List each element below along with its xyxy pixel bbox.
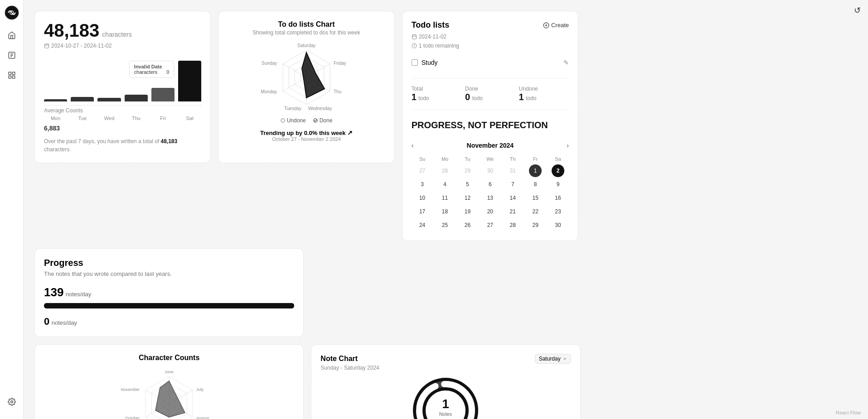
cal-day[interactable]: 8 [529, 178, 542, 191]
progress-card: Progress The notes that you wrote compar… [34, 248, 304, 337]
cal-day[interactable]: 27 [416, 164, 429, 177]
calendar-prev[interactable]: ‹ [412, 142, 414, 149]
cal-day[interactable]: 14 [506, 192, 519, 204]
svg-text:Friday: Friday [334, 61, 346, 66]
cal-day[interactable]: 7 [506, 178, 519, 191]
cal-day[interactable]: 15 [529, 192, 542, 204]
svg-point-30 [281, 119, 285, 122]
todo-checkbox-study[interactable] [412, 59, 418, 66]
todo-chart-title: To do lists Chart [228, 20, 385, 29]
cal-day[interactable]: 12 [461, 192, 474, 204]
svg-text:August: August [196, 416, 209, 419]
todo-edit-button[interactable]: ✎ [563, 59, 569, 66]
cal-day[interactable]: 21 [506, 205, 519, 218]
refresh-button[interactable]: ↺ [854, 5, 861, 15]
cal-day[interactable]: 18 [439, 205, 451, 218]
cal-day[interactable]: 4 [439, 178, 451, 191]
characters-desc: Over the past 7 days, you have written a… [44, 137, 201, 154]
todo-chart-card: To do lists Chart Showing total complete… [218, 11, 394, 163]
svg-rect-7 [12, 72, 15, 74]
svg-text:June: June [165, 370, 174, 374]
todo-item: Study ✎ [412, 56, 569, 69]
cal-day[interactable]: 28 [506, 219, 519, 231]
todo-trending: Trending up by 0.0% this week ↗ [228, 129, 385, 136]
cal-day[interactable]: 25 [439, 219, 451, 231]
divider [412, 110, 569, 110]
cal-day[interactable]: 10 [416, 192, 429, 204]
cal-day[interactable]: 31 [506, 164, 519, 177]
cal-day[interactable]: 23 [552, 205, 564, 218]
todo-chart-subtitle: Showing total completed to dos for this … [228, 29, 385, 36]
cal-day[interactable]: 27 [484, 219, 496, 231]
cal-day[interactable]: 29 [529, 219, 542, 231]
motto: PROGRESS, NOT PERFECTION [412, 119, 569, 131]
svg-text:Sunday: Sunday [262, 61, 277, 66]
sidebar-item-stats[interactable] [4, 67, 20, 83]
progress-subtitle: The notes that you wrote compared to las… [44, 270, 294, 278]
todo-lists-header: Todo lists Create [412, 20, 569, 30]
bottom-row: Character Counts [34, 248, 857, 419]
cal-day[interactable]: 1 [529, 164, 542, 177]
calendar-title: November 2024 [467, 142, 514, 149]
note-chart-title: Note Chart [320, 355, 358, 363]
main-content: 48,183 characters 2024-10-27 - 2024-11-0… [24, 0, 868, 419]
todo-stat-total: Total 1 todo [412, 86, 461, 102]
cal-day[interactable]: 13 [484, 192, 496, 204]
svg-marker-47 [155, 381, 185, 417]
svg-text:Wednesday: Wednesday [308, 106, 332, 111]
cal-day[interactable]: 16 [552, 192, 564, 204]
cal-day[interactable]: 29 [461, 164, 474, 177]
note-chart-subtitle: Sunday - Saturday 2024 [320, 365, 571, 371]
calendar-grid: Su Mo Tu We Th Fr Sa 27 28 29 30 31 1 2 [412, 154, 569, 231]
cal-day-today[interactable]: 2 [552, 164, 564, 177]
char-counts-card: Character Counts [34, 344, 304, 419]
cal-day[interactable]: 9 [552, 178, 564, 191]
cal-day[interactable]: 30 [484, 164, 496, 177]
cal-day[interactable]: 22 [529, 205, 542, 218]
svg-text:1: 1 [442, 397, 450, 411]
cal-day[interactable]: 19 [461, 205, 474, 218]
calendar-header: ‹ November 2024 › [412, 142, 569, 149]
calendar-next[interactable]: › [567, 142, 569, 149]
cal-day[interactable]: 17 [416, 205, 429, 218]
cal-day[interactable]: 6 [484, 178, 496, 191]
todo-trending-date: October 27 - November 2 2024 [228, 136, 385, 142]
legend-done: Done [313, 117, 333, 124]
todo-stat-done: Done 0 todo [465, 86, 515, 102]
todo-stats: Total 1 todo Done 0 todo Undone 1 todo [412, 78, 569, 102]
cal-day[interactable]: 3 [416, 178, 429, 191]
note-chart-badge[interactable]: Saturday [535, 354, 571, 364]
char-counts-chart: June July August September October Novem… [44, 367, 294, 419]
todo-lists-card: Todo lists Create 2024-11-02 1 todo rema… [402, 11, 578, 241]
progress-stat1: 139 notes/day [44, 285, 294, 299]
svg-rect-11 [45, 44, 49, 48]
svg-text:Monday: Monday [261, 89, 277, 94]
sidebar-item-home[interactable] [4, 27, 20, 43]
app-logo[interactable] [5, 5, 19, 20]
svg-rect-8 [9, 76, 11, 78]
characters-unit: characters [102, 31, 131, 38]
todo-date: 2024-11-02 [412, 34, 569, 40]
todo-remaining: 1 todo remaining [412, 43, 569, 49]
svg-text:July: July [196, 387, 204, 392]
characters-date-range: 2024-10-27 - 2024-11-02 [44, 43, 201, 49]
donut-chart: 1 Notes [320, 376, 571, 419]
avg-value: 6,883 [44, 125, 201, 132]
cal-day[interactable]: 11 [439, 192, 451, 204]
characters-number: 48,183 [44, 20, 99, 41]
cal-day[interactable]: 24 [416, 219, 429, 231]
sidebar-settings[interactable] [4, 394, 20, 410]
svg-rect-9 [12, 76, 15, 78]
svg-text:Notes: Notes [439, 411, 452, 417]
note-chart-card: Note Chart Saturday Sunday - Saturday 20… [311, 344, 580, 419]
sidebar-item-notes[interactable] [4, 47, 20, 63]
svg-rect-6 [9, 72, 11, 74]
cal-day[interactable]: 28 [439, 164, 451, 177]
create-button[interactable]: Create [543, 22, 569, 29]
cal-day[interactable]: 5 [461, 178, 474, 191]
cal-day[interactable]: 30 [552, 219, 564, 231]
bar-chart [44, 56, 201, 101]
cal-day[interactable]: 20 [484, 205, 496, 218]
cal-day[interactable]: 26 [461, 219, 474, 231]
svg-text:October: October [125, 416, 140, 419]
